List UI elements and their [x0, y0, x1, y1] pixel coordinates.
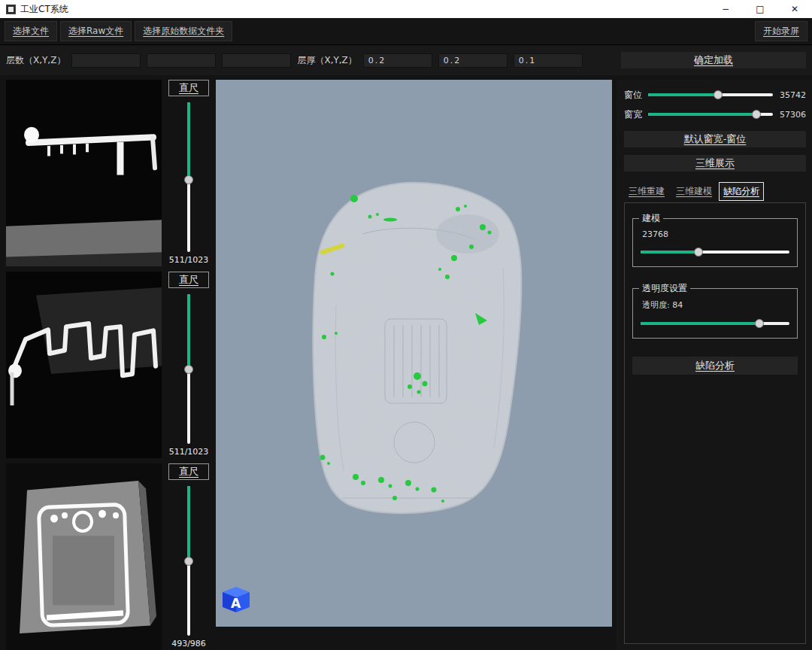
window-title: 工业CT系统: [20, 3, 68, 16]
slice-slider-column-1: 直尺 511/1023: [167, 80, 211, 266]
select-file-button[interactable]: 选择文件: [5, 21, 57, 41]
3d-reconstruction: [216, 80, 612, 627]
ruler-label-3: 直尺: [168, 463, 209, 480]
maximize-button[interactable]: □: [743, 0, 777, 18]
window-width-slider[interactable]: [648, 109, 773, 120]
3d-viewport[interactable]: A: [216, 80, 612, 627]
ct-slice-view-1[interactable]: [6, 80, 162, 266]
slice-slider-column-3: 直尺 493/986: [167, 463, 211, 650]
slice-row-1: 直尺 511/1023: [6, 80, 211, 266]
ct-slice-image-2: [6, 272, 162, 458]
slice-column: 直尺 511/1023: [6, 80, 211, 650]
layer-z-input[interactable]: [222, 53, 291, 68]
tab-3d-modeling[interactable]: 三维建模: [671, 182, 717, 201]
svg-text:A: A: [231, 596, 241, 611]
window-level-slider[interactable]: [648, 90, 773, 100]
slice-position-3: 493/986: [171, 639, 206, 648]
slider-fill: [648, 113, 756, 116]
window-width-row: 窗宽 57306: [624, 107, 806, 122]
ct-slice-image-3: [6, 463, 162, 650]
transparency-group-title: 透明度设置: [639, 282, 690, 295]
window-level-label: 窗位: [624, 89, 644, 102]
slider-handle[interactable]: [694, 248, 703, 257]
tab-defect-analysis[interactable]: 缺陷分析: [719, 182, 764, 201]
thickness-y-input[interactable]: 0.2: [438, 53, 508, 68]
window-width-value: 57306: [777, 110, 806, 120]
modeling-value: 23768: [642, 229, 789, 239]
select-raw-button[interactable]: 选择Raw文件: [60, 21, 132, 41]
transparency-slider[interactable]: [641, 318, 789, 329]
layer-x-input[interactable]: [71, 53, 141, 68]
thickness-label: 层厚（X,Y,Z）: [297, 54, 356, 67]
slider-fill: [641, 322, 759, 325]
layers-label: 层数（X,Y,Z）: [6, 54, 65, 67]
app-window: 工业CT系统 − □ ✕ 选择文件 选择Raw文件 选择原始数据文件夹 开始录屏…: [0, 0, 812, 650]
default-window-button[interactable]: 默认窗宽-窗位: [624, 131, 806, 147]
slice-slider-1[interactable]: [183, 102, 194, 252]
transparency-value: 透明度: 84: [642, 299, 789, 311]
slice-row-3: 直尺 493/986: [6, 463, 211, 650]
close-button[interactable]: ✕: [777, 0, 812, 18]
toolbar: 选择文件 选择Raw文件 选择原始数据文件夹 开始录屏: [0, 18, 812, 45]
modeling-group-title: 建模: [639, 212, 663, 225]
slider-handle[interactable]: [755, 319, 764, 328]
main-area: 直尺 511/1023: [0, 75, 812, 650]
modeling-slider[interactable]: [641, 247, 789, 257]
ct-slice-view-3[interactable]: [6, 463, 162, 650]
window-level-value: 35742: [777, 90, 806, 100]
parameter-row: 层数（X,Y,Z） 层厚（X,Y,Z） 0.2 0.2 0.1 确定加载: [0, 45, 812, 75]
slider-handle[interactable]: [184, 557, 193, 566]
slider-handle[interactable]: [714, 90, 723, 99]
thickness-z-input[interactable]: 0.1: [514, 53, 583, 68]
slider-fill: [641, 251, 698, 254]
slice-position-1: 511/1023: [169, 255, 209, 265]
minimize-button[interactable]: −: [708, 0, 743, 18]
slider-handle[interactable]: [184, 365, 193, 374]
ct-slice-image-1: [6, 80, 162, 266]
slice-row-2: 直尺 511/1023: [6, 272, 211, 458]
slice-position-2: 511/1023: [169, 447, 209, 457]
transparency-group: 透明度设置 透明度: 84: [632, 288, 798, 339]
start-record-button[interactable]: 开始录屏: [755, 21, 807, 41]
viewer-logo-icon: A: [221, 586, 251, 613]
slice-slider-column-2: 直尺 511/1023: [167, 272, 211, 458]
slider-fill: [187, 102, 190, 180]
slice-slider-3[interactable]: [183, 486, 194, 636]
slider-handle[interactable]: [752, 110, 761, 119]
slice-slider-2[interactable]: [183, 294, 194, 444]
thickness-x-input[interactable]: 0.2: [363, 53, 432, 68]
confirm-load-button[interactable]: 确定加载: [621, 52, 806, 68]
3d-display-button[interactable]: 三维展示: [624, 155, 806, 172]
ruler-label-1: 直尺: [168, 80, 209, 96]
layer-y-input[interactable]: [147, 53, 216, 68]
ct-slice-view-2[interactable]: [6, 272, 162, 458]
select-folder-button[interactable]: 选择原始数据文件夹: [135, 21, 232, 41]
defect-analysis-panel: 建模 23768 透明度设置 透明度: 84: [624, 202, 806, 644]
window-controls: − □ ✕: [708, 0, 812, 18]
defect-analysis-button[interactable]: 缺陷分析: [632, 357, 798, 375]
app-icon: [6, 5, 16, 14]
slider-fill: [648, 93, 718, 96]
control-panel: 窗位 35742 窗宽 57306 默认窗宽-窗位 三维展示: [617, 80, 812, 650]
window-level-row: 窗位 35742: [624, 87, 806, 102]
slider-handle[interactable]: [184, 175, 193, 184]
ruler-label-2: 直尺: [168, 272, 209, 288]
titlebar: 工业CT系统 − □ ✕: [0, 0, 812, 18]
slider-fill: [187, 294, 190, 369]
slider-fill: [187, 486, 190, 561]
analysis-tabs: 三维重建 三维建模 缺陷分析: [624, 182, 806, 201]
modeling-group: 建模 23768: [632, 218, 798, 267]
tab-3d-reconstruction[interactable]: 三维重建: [624, 182, 669, 201]
window-width-label: 窗宽: [624, 108, 644, 121]
